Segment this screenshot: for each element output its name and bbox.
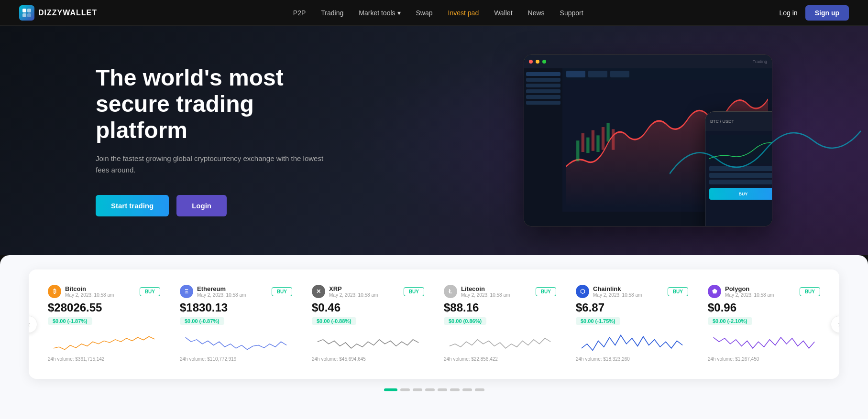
coin-name-litecoin: Litecoin: [461, 285, 510, 292]
coin-info-litecoin: Ł Litecoin May 2, 2023, 10:58 am: [444, 285, 510, 298]
nav-wallet[interactable]: Wallet: [494, 9, 512, 17]
coin-icon-polygon: ⬟: [708, 285, 721, 298]
ticker-card-litecoin[interactable]: Ł Litecoin May 2, 2023, 10:58 am BUY $88…: [434, 279, 566, 369]
coin-change-litecoin: $0.00 (0.86%): [444, 317, 486, 325]
logo-icon: [19, 5, 34, 21]
coin-buy-button-polygon[interactable]: BUY: [800, 287, 820, 296]
coin-icon-litecoin: Ł: [444, 285, 457, 298]
coin-change-ethereum: $0.00 (-0.87%): [180, 317, 224, 325]
coin-header-ethereum: Ξ Ethereum May 2, 2023, 10:58 am BUY: [180, 285, 292, 298]
coin-change-polygon: $0.00 (-2.10%): [708, 317, 752, 325]
hero-image-area: Trading: [335, 54, 772, 226]
svg-rect-9: [602, 127, 604, 150]
brand-name: DIZZYWALLET: [38, 9, 97, 17]
nav-trading[interactable]: Trading: [321, 9, 343, 17]
coin-volume-ethereum: 24h volume: $110,772,919: [180, 356, 292, 362]
coin-info-xrp: ✕ XRP May 2, 2023, 10:58 am: [312, 285, 378, 298]
coin-price-polygon: $0.96: [708, 301, 820, 314]
signup-button[interactable]: Sign up: [805, 5, 849, 21]
login-button[interactable]: Log in: [780, 9, 798, 17]
coin-name-chainlink: Chainlink: [593, 285, 642, 292]
coin-buy-button-xrp[interactable]: BUY: [404, 287, 424, 296]
mockup-header: Trading: [524, 55, 772, 68]
coin-icon-chainlink: ⬡: [576, 285, 589, 298]
coin-sparkline-bitcoin: [48, 329, 160, 353]
ticker-cards: ₿ Bitcoin May 2, 2023, 10:58 am BUY $280…: [38, 279, 830, 369]
nav-invest-pad[interactable]: Invest pad: [448, 9, 479, 17]
pagination-dot-4[interactable]: [438, 388, 447, 391]
coin-buy-button-litecoin[interactable]: BUY: [536, 287, 556, 296]
pagination-dot-2[interactable]: [413, 388, 422, 391]
ticker-next-button[interactable]: ›: [831, 316, 839, 333]
pagination-dot-1[interactable]: [400, 388, 410, 391]
coin-info-bitcoin: ₿ Bitcoin May 2, 2023, 10:58 am: [48, 285, 114, 298]
ticker-card-polygon[interactable]: ⬟ Polygon May 2, 2023, 10:58 am BUY $0.9…: [698, 279, 830, 369]
coin-change-chainlink: $0.00 (-1.75%): [576, 317, 620, 325]
coin-header-polygon: ⬟ Polygon May 2, 2023, 10:58 am BUY: [708, 285, 820, 298]
coin-name-bitcoin: Bitcoin: [65, 285, 114, 292]
coin-sparkline-litecoin: [444, 329, 556, 353]
coin-date-polygon: May 2, 2023, 10:58 am: [725, 292, 774, 298]
pagination-dot-0[interactable]: [384, 388, 397, 391]
svg-rect-4: [576, 140, 579, 161]
pagination-dot-7[interactable]: [475, 388, 484, 391]
coin-icon-bitcoin: ₿: [48, 285, 61, 298]
coin-buy-button-ethereum[interactable]: BUY: [272, 287, 292, 296]
coin-date-ethereum: May 2, 2023, 10:58 am: [197, 292, 246, 298]
hero-login-button[interactable]: Login: [176, 195, 227, 216]
hero-title: The world's most secure trading platform: [96, 64, 335, 144]
coin-sparkline-polygon: [708, 329, 820, 353]
hero-buttons: Start trading Login: [96, 195, 335, 216]
coin-change-bitcoin: $0.00 (-1.87%): [48, 317, 92, 325]
svg-rect-5: [582, 133, 584, 152]
svg-rect-8: [596, 135, 599, 152]
nav-swap[interactable]: Swap: [416, 9, 433, 17]
coin-name-polygon: Polygon: [725, 285, 774, 292]
coin-sparkline-ethereum: [180, 329, 292, 353]
ticker-card-bitcoin[interactable]: ₿ Bitcoin May 2, 2023, 10:58 am BUY $280…: [38, 279, 170, 369]
coin-date-litecoin: May 2, 2023, 10:58 am: [461, 292, 510, 298]
coin-buy-button-chainlink[interactable]: BUY: [668, 287, 688, 296]
nav-p2p[interactable]: P2P: [293, 9, 306, 17]
coin-name-ethereum: Ethereum: [197, 285, 246, 292]
nav-news[interactable]: News: [528, 9, 545, 17]
pagination-dot-5[interactable]: [450, 388, 460, 391]
nav-market-tools[interactable]: Market tools ▾: [359, 9, 400, 17]
mockup-title: Trading: [753, 59, 767, 64]
brand-area: DIZZYWALLET: [19, 5, 97, 21]
hero-subtitle: Join the fastest growing global cryptocu…: [96, 153, 335, 176]
coin-header-xrp: ✕ XRP May 2, 2023, 10:58 am BUY: [312, 285, 424, 298]
coin-icon-ethereum: Ξ: [180, 285, 193, 298]
svg-rect-10: [606, 123, 609, 141]
coin-price-bitcoin: $28026.55: [48, 301, 160, 314]
svg-rect-11: [612, 129, 615, 150]
ticker-card-ethereum[interactable]: Ξ Ethereum May 2, 2023, 10:58 am BUY $18…: [170, 279, 302, 369]
pagination-dot-3[interactable]: [425, 388, 435, 391]
nav-support[interactable]: Support: [560, 9, 583, 17]
pagination-dot-6[interactable]: [462, 388, 472, 391]
nav-links: P2P Trading Market tools ▾ Swap Invest p…: [293, 9, 583, 17]
coin-buy-button-bitcoin[interactable]: BUY: [140, 287, 160, 296]
coin-date-xrp: May 2, 2023, 10:58 am: [329, 292, 378, 298]
svg-rect-0: [22, 9, 26, 12]
pagination-dots: [29, 388, 839, 401]
coin-info-polygon: ⬟ Polygon May 2, 2023, 10:58 am: [708, 285, 774, 298]
hero-wave-decoration: [670, 102, 861, 198]
coin-date-bitcoin: May 2, 2023, 10:58 am: [65, 292, 114, 298]
coin-price-xrp: $0.46: [312, 301, 424, 314]
mockup-tabs: [562, 68, 772, 80]
ticker-card-chainlink[interactable]: ⬡ Chainlink May 2, 2023, 10:58 am BUY $6…: [566, 279, 698, 369]
coin-header-chainlink: ⬡ Chainlink May 2, 2023, 10:58 am BUY: [576, 285, 688, 298]
coin-icon-xrp: ✕: [312, 285, 325, 298]
ticker-section: ‹ ₿ Bitcoin May 2, 2023, 10:58 am BUY $2…: [0, 255, 868, 419]
mockup-dot-yellow: [536, 60, 539, 64]
coin-header-litecoin: Ł Litecoin May 2, 2023, 10:58 am BUY: [444, 285, 556, 298]
coin-info-chainlink: ⬡ Chainlink May 2, 2023, 10:58 am: [576, 285, 642, 298]
svg-rect-3: [27, 13, 31, 17]
ticker-prev-button[interactable]: ‹: [29, 316, 37, 333]
svg-rect-6: [586, 138, 589, 153]
ticker-card-xrp[interactable]: ✕ XRP May 2, 2023, 10:58 am BUY $0.46 $0…: [302, 279, 434, 369]
coin-price-ethereum: $1830.13: [180, 301, 292, 314]
start-trading-button[interactable]: Start trading: [96, 195, 169, 216]
mockup-dot-red: [529, 60, 533, 64]
